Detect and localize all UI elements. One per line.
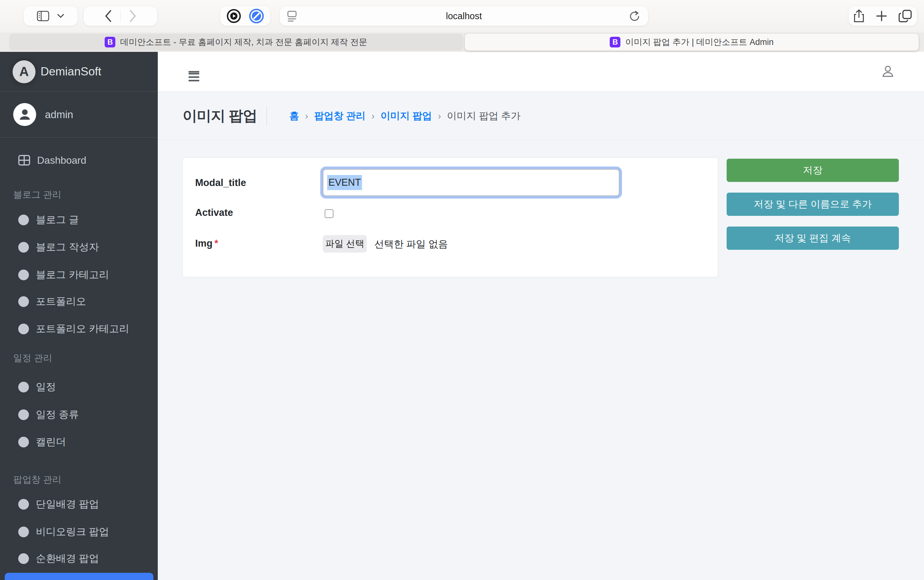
new-tab-icon[interactable] [876, 10, 887, 22]
extensions-group [220, 6, 270, 26]
breadcrumb: 홈 › 팝업창 관리 › 이미지 팝업 › 이미지 팝업 추가 [289, 109, 521, 122]
tab-title: 이미지 팝업 추가 | 데미안소프트 Admin [625, 36, 774, 48]
sidebar-toggle-group [23, 6, 78, 26]
action-buttons: 저장 저장 및 다른 이름으로 추가 저장 및 편집 계속 [727, 159, 899, 250]
circle-icon [18, 296, 29, 307]
record-extension-icon[interactable] [226, 8, 241, 23]
save-button[interactable]: 저장 [727, 159, 899, 182]
circle-icon [18, 499, 29, 510]
circle-icon [18, 553, 29, 564]
img-label: Img* [195, 238, 218, 249]
activate-checkbox[interactable] [325, 209, 333, 218]
circle-icon [18, 437, 29, 447]
sidebar-item-blog-posts[interactable]: 블로그 글 [0, 210, 158, 230]
url-text: localhost [280, 11, 648, 21]
breadcrumb-separator: › [305, 111, 308, 121]
sidebar-item-videolink-popup[interactable]: 비디오링크 팝업 [0, 522, 158, 542]
selected-input-text: EVENT [327, 175, 362, 190]
bootstrap-favicon: B [105, 37, 116, 48]
breadcrumb-home[interactable]: 홈 [289, 109, 299, 122]
sidebar-toggle-icon[interactable] [37, 11, 50, 21]
form-card: Modal_title EVENT Activate Img* 파일 선택 선택… [183, 158, 718, 277]
brand-name: DemianSoft [41, 65, 101, 78]
save-continue-button[interactable]: 저장 및 편집 계속 [727, 227, 899, 250]
circle-icon [18, 270, 29, 280]
nav-separator [120, 10, 121, 22]
chevron-down-icon[interactable] [57, 13, 64, 18]
breadcrumb-separator: › [371, 111, 375, 121]
sidebar-item-calendar[interactable]: 캘린더 [0, 432, 158, 452]
sidebar-section-popup: 팝업창 관리 [13, 473, 61, 486]
sidebar-item-dashboard[interactable]: Dashboard [0, 150, 158, 170]
breadcrumb-current: 이미지 팝업 추가 [447, 109, 520, 122]
history-nav-group [84, 6, 157, 26]
sidebar-item-active-partial[interactable] [5, 573, 153, 580]
content-area: 이미지 팝업 홈 › 팝업창 관리 › 이미지 팝업 › 이미지 팝업 추가 M… [158, 92, 924, 580]
blocker-extension-icon[interactable] [249, 8, 264, 23]
reader-icon[interactable] [287, 10, 297, 22]
sidebar-item-schedule[interactable]: 일정 [0, 377, 158, 397]
avatar [13, 103, 36, 126]
admin-topbar [158, 52, 924, 92]
circle-icon [18, 527, 29, 537]
forward-icon[interactable] [129, 10, 137, 23]
modal-title-label: Modal_title [195, 177, 246, 188]
circle-icon [18, 214, 29, 225]
file-status-text: 선택한 파일 없음 [374, 237, 448, 251]
circle-icon [18, 409, 29, 420]
user-name: admin [45, 109, 73, 121]
reload-icon[interactable] [629, 10, 640, 22]
breadcrumb-image-popup[interactable]: 이미지 팝업 [381, 109, 432, 122]
sidebar-item-schedule-types[interactable]: 일정 종류 [0, 405, 158, 425]
sidebar-item-rotating-bg-popup[interactable]: 순환배경 팝업 [0, 549, 158, 569]
sidebar-item-blog-authors[interactable]: 블로그 작성자 [0, 237, 158, 257]
share-icon[interactable] [853, 9, 865, 23]
tab-admin-active[interactable]: B 이미지 팝업 추가 | 데미안소프트 Admin [465, 34, 919, 51]
tab-demiansoft-site[interactable]: B 데미안소프트 - 무료 홈페이지 제작, 치과 전문 홈페이지 제작 전문 [9, 34, 463, 51]
circle-icon [18, 242, 29, 253]
bootstrap-favicon: B [610, 37, 620, 48]
window-actions-group [848, 6, 917, 26]
required-asterisk: * [214, 238, 218, 249]
tab-title: 데미안소프트 - 무료 홈페이지 제작, 치과 전문 홈페이지 제작 전문 [120, 36, 367, 48]
modal-title-input[interactable]: EVENT [323, 169, 619, 196]
sidebar-item-single-bg-popup[interactable]: 단일배경 팝업 [0, 494, 158, 514]
browser-window: localhost [0, 0, 924, 580]
brand-link[interactable]: A DemianSoft [0, 52, 158, 92]
sidebar-section-schedule: 일정 관리 [13, 352, 52, 364]
breadcrumb-separator: › [438, 111, 441, 121]
sidebar-item-label: Dashboard [37, 155, 86, 166]
sidebar-item-portfolio[interactable]: 포트폴리오 [0, 292, 158, 312]
hamburger-icon[interactable] [188, 69, 199, 74]
user-panel[interactable]: admin [0, 92, 158, 138]
browser-toolbar: localhost [0, 0, 924, 32]
activate-label: Activate [195, 207, 233, 218]
sidebar-item-portfolio-categories[interactable]: 포트폴리오 카테고리 [0, 319, 158, 339]
breadcrumb-popup-admin[interactable]: 팝업창 관리 [314, 109, 366, 122]
person-icon[interactable] [881, 64, 895, 79]
save-add-another-button[interactable]: 저장 및 다른 이름으로 추가 [727, 193, 899, 216]
sidebar-item-blog-categories[interactable]: 블로그 카테고리 [0, 265, 158, 285]
admin-sidebar: A DemianSoft admin [0, 52, 158, 580]
address-bar[interactable]: localhost [280, 6, 648, 26]
tab-strip: B 데미안소프트 - 무료 홈페이지 제작, 치과 전문 홈페이지 제작 전문 … [0, 32, 924, 52]
tab-overview-icon[interactable] [899, 10, 912, 23]
circle-icon [18, 324, 29, 334]
brand-logo-icon: A [13, 60, 36, 83]
sidebar-section-blog: 블로그 관리 [13, 188, 61, 201]
page-title: 이미지 팝업 [183, 106, 257, 126]
dashboard-icon [18, 155, 30, 166]
back-icon[interactable] [104, 10, 112, 23]
file-select-button[interactable]: 파일 선택 [323, 235, 367, 253]
circle-icon [18, 382, 29, 392]
